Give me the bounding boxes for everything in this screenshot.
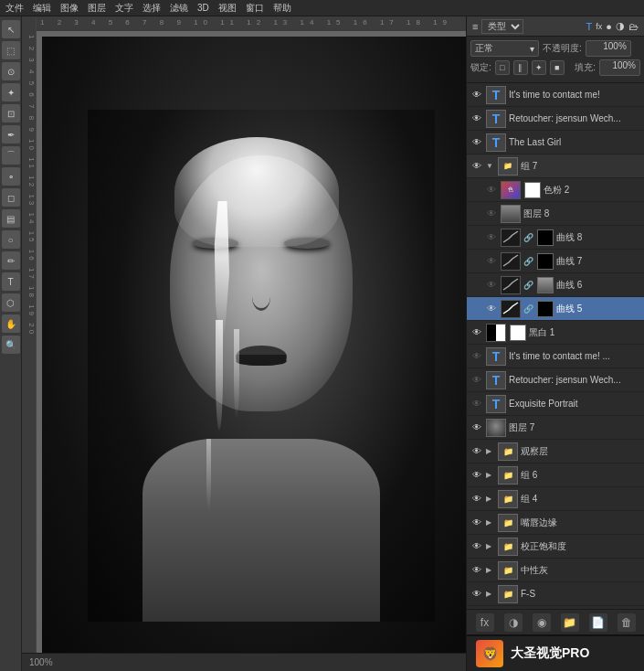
adj-thumb-5: 色 xyxy=(501,181,521,199)
layer-item-4[interactable]: 👁 ▼ 📁 组 7 xyxy=(467,154,644,178)
layer-item-17[interactable]: 👁 ▶ 📁 组 6 xyxy=(467,463,644,487)
mask-thumb-10 xyxy=(537,301,554,317)
tool-hand[interactable]: ✋ xyxy=(2,314,20,333)
fill-value[interactable]: 100% xyxy=(599,59,640,76)
menu-item-image[interactable]: 图像 xyxy=(60,2,79,15)
layer-thumb-17: 📁 xyxy=(498,466,518,485)
eye-icon-21[interactable]: 👁 xyxy=(470,564,483,577)
tool-zoom[interactable]: 🔍 xyxy=(2,336,20,354)
layer-name-12: It's time to contact me! ... xyxy=(509,351,640,361)
eye-icon-14[interactable]: 👁 xyxy=(470,398,483,410)
tool-marquee[interactable]: ⬚ xyxy=(2,41,20,59)
layer-item-19[interactable]: 👁 ▶ 📁 嘴唇边缘 xyxy=(467,511,644,535)
tool-pen[interactable]: ✏ xyxy=(2,251,20,270)
layer-item-16[interactable]: 👁 ▶ 📁 观察层 xyxy=(467,440,644,463)
eye-icon-7[interactable]: 👁 xyxy=(485,231,498,244)
menu-item-select[interactable]: 选择 xyxy=(143,2,161,15)
layer-item-22[interactable]: 👁 ▶ 📁 F-S xyxy=(467,582,644,606)
delete-layer-btn[interactable]: 🗑 xyxy=(618,613,636,632)
layer-item-5[interactable]: 👁 色 色粉 2 xyxy=(467,178,644,202)
layer-item-23[interactable]: 👁 ▶ 📁 去瑕疵 xyxy=(467,606,644,609)
eye-icon-11[interactable]: 👁 xyxy=(470,326,483,339)
tool-brush[interactable]: ⌒ xyxy=(2,146,20,165)
tool-eraser[interactable]: ◻ xyxy=(2,188,20,207)
tool-move[interactable]: ↖ xyxy=(2,20,20,38)
layer-item-13[interactable]: 👁 T Retoucher: jsensun Wech... xyxy=(467,368,644,392)
eye-icon-12[interactable]: 👁 xyxy=(470,350,483,363)
text-icon-12: T xyxy=(492,349,501,364)
lock-move-btn[interactable]: ✦ xyxy=(532,60,546,75)
eye-icon-22[interactable]: 👁 xyxy=(470,588,483,601)
add-adjustment-btn[interactable]: ◉ xyxy=(533,613,551,632)
eye-icon-5[interactable]: 👁 xyxy=(485,184,498,197)
eye-icon-10[interactable]: 👁 xyxy=(485,303,498,315)
lock-transparent-btn[interactable]: □ xyxy=(495,60,510,75)
new-group-btn[interactable]: 📁 xyxy=(561,613,579,632)
new-layer-btn[interactable]: 📄 xyxy=(589,613,607,632)
blend-mode-select[interactable]: 正常 ▾ xyxy=(470,40,539,57)
layer-item-11[interactable]: 👁 黑白 1 xyxy=(467,321,644,345)
eye-icon-15[interactable]: 👁 xyxy=(470,421,483,434)
eye-icon-2[interactable]: 👁 xyxy=(470,112,483,125)
layer-item-18[interactable]: 👁 ▶ 📁 组 4 xyxy=(467,487,644,511)
lock-paint-btn[interactable]: ∥ xyxy=(513,60,528,75)
eye-icon-3[interactable]: 👁 xyxy=(470,136,483,149)
menu-item-layer[interactable]: 图层 xyxy=(88,2,106,15)
menu-item-filter[interactable]: 滤镜 xyxy=(170,2,188,15)
layer-item-21[interactable]: 👁 ▶ 📁 中性灰 xyxy=(467,559,644,582)
eye-icon-16[interactable]: 👁 xyxy=(470,445,483,458)
layer-name-14: Exquisite Portrait xyxy=(509,399,640,409)
canvas-content[interactable] xyxy=(37,31,466,671)
eye-icon-20[interactable]: 👁 xyxy=(470,540,483,553)
menu-item-view[interactable]: 视图 xyxy=(218,2,237,15)
menu-item-edit[interactable]: 编辑 xyxy=(33,2,51,15)
menu-item-text[interactable]: 文字 xyxy=(115,2,133,15)
adj-thumb-9 xyxy=(501,276,521,294)
tool-magic-wand[interactable]: ✦ xyxy=(2,83,20,101)
layer-item-14[interactable]: 👁 T Exquisite Portrait xyxy=(467,392,644,416)
tool-crop[interactable]: ⊡ xyxy=(2,104,20,122)
layer-item-12[interactable]: 👁 T It's time to contact me! ... xyxy=(467,345,644,368)
eye-icon-9[interactable]: 👁 xyxy=(485,279,498,292)
layer-item-2[interactable]: 👁 T Retoucher: jsensun Wech... xyxy=(467,107,644,131)
filter-type-select[interactable]: 类型 xyxy=(481,19,523,34)
opacity-value[interactable]: 100% xyxy=(586,40,631,57)
menu-item-help[interactable]: 帮助 xyxy=(273,2,291,15)
tool-dodge[interactable]: ○ xyxy=(2,230,20,249)
layer-thumb-1: T xyxy=(486,86,506,104)
eye-icon-1[interactable]: 👁 xyxy=(470,89,483,101)
wechat-avatar: 🦁 xyxy=(476,640,503,667)
shoulders xyxy=(143,439,380,622)
layer-item-15[interactable]: 👁 图层 7 xyxy=(467,416,644,440)
layer-item-3[interactable]: 👁 T The Last Girl xyxy=(467,131,644,154)
eye-icon-13[interactable]: 👁 xyxy=(470,374,483,387)
eye-icon-4[interactable]: 👁 xyxy=(470,160,483,173)
menu-item-file[interactable]: 文件 xyxy=(5,2,24,15)
tool-gradient[interactable]: ▤ xyxy=(2,209,20,228)
ruler-h-marks xyxy=(37,16,466,31)
menu-item-3d[interactable]: 3D xyxy=(197,3,209,13)
eye-icon-19[interactable]: 👁 xyxy=(470,517,483,529)
tool-path[interactable]: ⬡ xyxy=(2,293,20,312)
eye-icon-6[interactable]: 👁 xyxy=(485,208,498,220)
layer-name-18: 组 4 xyxy=(521,493,640,506)
lock-all-btn[interactable]: ■ xyxy=(550,60,565,75)
layer-item-7[interactable]: 👁 🔗 曲线 8 xyxy=(467,226,644,250)
eye-icon-17[interactable]: 👁 xyxy=(470,469,483,482)
layer-name-19: 嘴唇边缘 xyxy=(521,517,640,529)
layer-item-1[interactable]: 👁 T It's time to contact me! xyxy=(467,83,644,107)
add-mask-btn[interactable]: ◑ xyxy=(504,613,523,632)
layer-item-10[interactable]: 👁 🔗 曲线 5 xyxy=(467,297,644,321)
eye-icon-18[interactable]: 👁 xyxy=(470,493,483,506)
layer-item-9[interactable]: 👁 🔗 曲线 6 xyxy=(467,273,644,297)
layer-item-8[interactable]: 👁 🔗 曲线 7 xyxy=(467,250,644,273)
tool-lasso[interactable]: ⊙ xyxy=(2,62,20,80)
menu-item-window[interactable]: 窗口 xyxy=(246,2,264,15)
tool-eyedropper[interactable]: ✒ xyxy=(2,125,20,144)
layer-item-20[interactable]: 👁 ▶ 📁 校正饱和度 xyxy=(467,535,644,559)
eye-icon-8[interactable]: 👁 xyxy=(485,255,498,268)
tool-clone[interactable]: ⚬ xyxy=(2,167,20,186)
layer-item-6[interactable]: 👁 图层 8 xyxy=(467,202,644,226)
add-layer-style-btn[interactable]: fx xyxy=(476,613,494,632)
tool-text[interactable]: T xyxy=(2,272,20,291)
